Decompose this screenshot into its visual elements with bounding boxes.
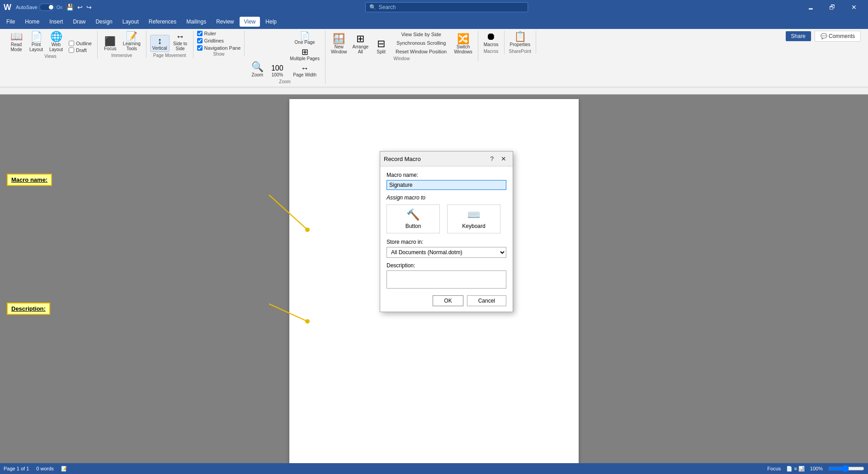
focus-button[interactable]: ⬛ Focus — [101, 36, 119, 52]
immersive-group-label: Immersive — [111, 53, 132, 58]
record-macro-dialog: Record Macro ? ✕ Macro name: Assign macr… — [380, 151, 513, 312]
menu-mailings[interactable]: Mailings — [182, 17, 211, 27]
outline-check[interactable]: Outline — [69, 41, 92, 46]
one-page-icon: 📄 — [300, 32, 310, 40]
side-to-side-icon: ↔ — [176, 32, 185, 41]
menu-help[interactable]: Help — [261, 17, 281, 27]
page-width-icon: ↔ — [301, 64, 309, 72]
page-movement-group: ↕ Vertical ↔ Side toSide Page Movement — [146, 31, 193, 58]
menu-layout[interactable]: Layout — [118, 17, 143, 27]
new-window-button[interactable]: 🪟 NewWindow — [329, 33, 349, 55]
undo-icon[interactable]: ↩ — [76, 3, 84, 12]
vertical-icon: ↕ — [157, 36, 162, 45]
properties-button[interactable]: 📋 Properties — [508, 31, 533, 48]
menu-review[interactable]: Review — [212, 17, 238, 27]
page-movement-group-label: Page Movement — [153, 53, 186, 58]
draft-check[interactable]: Draft — [69, 47, 92, 53]
zoom-slider[interactable] — [828, 465, 864, 472]
web-layout-button[interactable]: 🌐 WebLayout — [47, 31, 65, 53]
close-button[interactable]: ✕ — [844, 0, 864, 14]
zoom-icon: 🔍 — [251, 62, 264, 72]
macro-name-label: Macro name: — [387, 172, 506, 178]
one-page-button[interactable]: 📄 One Page — [288, 31, 321, 46]
search-placeholder[interactable]: Search — [379, 4, 396, 10]
spell-check-icon[interactable]: 📝 — [61, 466, 67, 472]
macros-button[interactable]: ⏺ Macros — [482, 31, 500, 48]
zoom-button[interactable]: 🔍 Zoom — [248, 61, 266, 78]
description-callout-text: Description: — [11, 305, 46, 312]
new-window-icon: 🪟 — [333, 34, 345, 44]
show-group: Ruler Gridlines Navigation Pane Show — [193, 31, 245, 57]
print-layout-icon: 📄 — [30, 32, 42, 42]
ok-button[interactable]: OK — [433, 295, 463, 306]
switch-windows-button[interactable]: 🔀 SwitchWindows — [452, 33, 474, 55]
macro-name-callout-text: Macro name: — [11, 176, 47, 183]
share-button[interactable]: Share — [786, 31, 811, 41]
gridlines-check[interactable]: Gridlines — [197, 38, 241, 43]
autosave-label: AutoSave — [16, 5, 38, 10]
description-textarea[interactable] — [387, 270, 506, 289]
store-macro-label: Store macro in: — [387, 239, 506, 245]
dialog-close-button[interactable]: ✕ — [498, 154, 509, 163]
menu-view[interactable]: View — [240, 17, 260, 27]
menu-insert[interactable]: Insert — [45, 17, 67, 27]
read-mode-button[interactable]: 📖 ReadMode — [7, 31, 25, 53]
cancel-button[interactable]: Cancel — [467, 295, 506, 306]
multiple-pages-button[interactable]: ⊞ Multiple Pages — [288, 47, 321, 62]
window-group-label: Window — [394, 56, 410, 61]
zoom-100-icon: 100 — [271, 65, 283, 72]
macro-name-input[interactable] — [387, 180, 506, 190]
menu-bar: File Home Insert Draw Design Layout Refe… — [0, 14, 868, 29]
sync-scrolling-button[interactable]: Synchronous Scrolling — [394, 39, 448, 47]
restore-button[interactable]: 🗗 — [822, 0, 843, 14]
views-group: 📖 ReadMode 📄 PrintLayout 🌐 WebLayout Out… — [4, 31, 98, 59]
reset-window-button[interactable]: Reset Window Position — [394, 48, 448, 55]
arrange-all-icon: ⊞ — [356, 34, 364, 44]
save-icon[interactable]: 💾 — [65, 3, 75, 12]
print-layout-button[interactable]: 📄 PrintLayout — [27, 31, 45, 53]
dialog-help-button[interactable]: ? — [487, 154, 496, 163]
menu-references[interactable]: References — [144, 17, 181, 27]
zoom-group: 🔍 Zoom 100 100% 📄 One Page ⊞ Multiple Pa… — [245, 31, 326, 84]
title-bar-left: W AutoSave On 💾 ↩ ↪ — [4, 3, 93, 12]
side-to-side-button[interactable]: ↔ Side toSide — [171, 31, 189, 52]
ruler-check[interactable]: Ruler — [197, 31, 241, 36]
word-count: 0 words — [36, 466, 54, 471]
macros-group-label: Macros — [484, 49, 499, 54]
focus-label[interactable]: Focus — [767, 466, 781, 471]
split-button[interactable]: ⊟ Split — [372, 38, 390, 55]
redo-icon[interactable]: ↪ — [85, 3, 93, 12]
learning-tools-icon: 📝 — [126, 32, 137, 41]
menu-design[interactable]: Design — [91, 17, 117, 27]
arrange-all-button[interactable]: ⊞ ArrangeAll — [350, 33, 370, 55]
assign-keyboard-button[interactable]: ⌨️ Keyboard — [447, 204, 500, 233]
button-assign-label: Button — [406, 223, 421, 229]
description-callout: Description: — [7, 303, 50, 315]
navigation-pane-check[interactable]: Navigation Pane — [197, 45, 241, 51]
menu-home[interactable]: Home — [20, 17, 44, 27]
zoom-100-button[interactable]: 100 100% — [268, 64, 286, 78]
focus-icon: ⬛ — [104, 37, 116, 46]
store-macro-select[interactable]: All Documents (Normal.dotm) — [387, 247, 506, 258]
autosave-toggle[interactable] — [39, 4, 55, 11]
window-right-options: View Side by Side Synchronous Scrolling … — [392, 31, 450, 55]
ribbon-content: 📖 ReadMode 📄 PrintLayout 🌐 WebLayout Out… — [0, 29, 868, 87]
learning-tools-button[interactable]: 📝 LearningTools — [121, 31, 142, 52]
menu-file[interactable]: File — [2, 17, 19, 27]
comments-button[interactable]: 💬 Comments — [815, 31, 861, 42]
properties-icon: 📋 — [514, 32, 526, 42]
minimize-button[interactable]: 🗕 — [800, 0, 821, 14]
dialog-titlebar: Record Macro ? ✕ — [380, 152, 513, 166]
immersive-buttons: ⬛ Focus 📝 LearningTools — [101, 31, 142, 52]
menu-draw[interactable]: Draw — [68, 17, 90, 27]
show-group-label: Show — [213, 52, 224, 57]
view-side-by-side-button[interactable]: View Side by Side — [394, 31, 448, 38]
dialog-title: Record Macro — [384, 156, 421, 162]
macros-buttons: ⏺ Macros — [482, 31, 500, 48]
assign-button-button[interactable]: 🔨 Button — [387, 204, 440, 233]
web-layout-icon: 🌐 — [50, 32, 62, 42]
sharepoint-buttons: 📋 Properties — [508, 31, 533, 48]
page-width-button[interactable]: ↔ Page Width — [288, 63, 321, 78]
horizontal-ruler — [0, 87, 868, 95]
vertical-button[interactable]: ↕ Vertical — [150, 35, 170, 52]
